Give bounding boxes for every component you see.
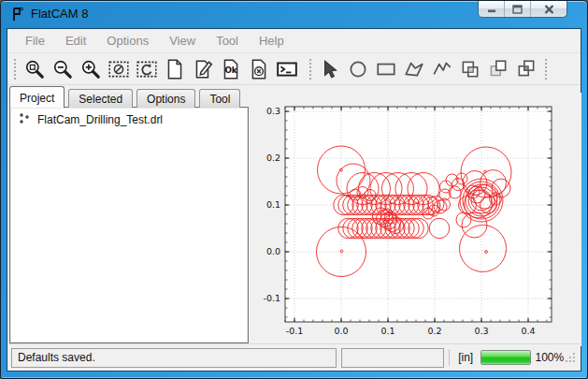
svg-text:0.1: 0.1 [380,326,394,336]
zoom-in-button[interactable] [77,56,105,82]
maximize-icon [512,5,523,14]
union-icon [459,58,481,80]
plot-canvas[interactable]: -0.10.00.10.20.30.4-0.10.00.10.20.3 [251,93,581,346]
tab-bar: Project Selected Options Tool [9,86,244,108]
add-rectangle-button[interactable] [372,56,400,82]
status-message: Defaults saved. [18,351,95,364]
add-polygon-button[interactable] [400,56,428,82]
command-shell-button[interactable] [273,56,301,82]
zoom-out-button[interactable] [49,56,77,82]
clear-plot-button[interactable] [105,56,133,82]
cancel-file-icon [248,58,270,80]
maximize-button[interactable] [505,1,531,17]
menu-edit[interactable]: Edit [55,31,96,51]
zoom-in-icon [79,58,102,80]
select-tool-button[interactable] [316,56,344,82]
add-path-button[interactable] [428,56,456,82]
cancel-edit-button[interactable] [245,56,273,82]
menu-options[interactable]: Options [96,31,159,51]
subtract-icon [487,58,509,80]
units-label: [in] [454,351,477,364]
svg-text:0.0: 0.0 [266,246,280,256]
resize-grip[interactable] [564,351,577,364]
cut-icon [515,58,538,80]
editor-button[interactable] [189,56,217,82]
menu-bar: File Edit Options View Tool Help [7,30,581,51]
svg-text:0.3: 0.3 [474,326,488,336]
zoom-out-icon [51,58,74,80]
toolbar-drag-handle-2[interactable] [308,57,313,81]
replot-button[interactable] [133,56,161,82]
status-secondary-field [341,348,445,368]
status-bar: Defaults saved. [in] 100% [7,343,581,371]
tab-project[interactable]: Project [9,86,65,108]
rectangle-icon [375,58,397,80]
new-file-icon [164,58,186,80]
replot-icon [136,58,158,80]
tab-tool[interactable]: Tool [199,89,240,108]
zoom-fit-button[interactable] [21,56,49,82]
svg-text:0.2: 0.2 [266,153,280,163]
status-separator [449,349,450,366]
union-button[interactable] [456,56,484,82]
svg-text:-0.1: -0.1 [286,326,304,336]
menu-tool[interactable]: Tool [206,31,249,51]
terminal-icon [276,58,298,80]
menu-view[interactable]: View [159,31,206,51]
tab-options[interactable]: Options [136,89,195,108]
svg-text:0.1: 0.1 [266,199,280,210]
project-tree-panel: FlatCam_Drilling_Test.drl [9,107,249,343]
client-area: File Edit Options View Tool Help [7,28,581,372]
polyline-icon [431,58,453,80]
svg-text:-0.1: -0.1 [263,293,280,303]
subtract-button[interactable] [484,56,512,82]
edit-file-icon [192,58,214,80]
save-ok-button[interactable]: Ok [217,56,245,82]
minimize-icon [487,5,496,13]
cut-button[interactable] [512,56,540,82]
title-bar[interactable]: FlatCAM 8 [1,1,587,28]
svg-text:0.4: 0.4 [521,326,535,336]
circle-icon [347,58,369,80]
close-icon [544,5,554,14]
menu-file[interactable]: File [15,31,55,51]
zoom-fit-icon [23,58,46,80]
svg-text:0.3: 0.3 [266,106,280,116]
svg-text:Ok: Ok [224,66,237,75]
tree-item-drill-file[interactable]: FlatCam_Drilling_Test.drl [10,108,248,128]
close-button[interactable] [531,1,566,17]
ok-file-icon: Ok [220,58,242,80]
toolbar: Ok [7,52,581,85]
menu-help[interactable]: Help [249,31,294,51]
status-message-field: Defaults saved. [11,348,337,368]
tab-selected[interactable]: Selected [68,89,133,108]
progress-percent-label: 100% [535,351,564,364]
tree-item-label: FlatCam_Drilling_Test.drl [37,113,163,126]
toolbar-drag-handle[interactable] [12,57,18,81]
svg-text:0.0: 0.0 [334,326,348,336]
pointer-icon [319,58,341,80]
minimize-button[interactable] [479,1,505,17]
drill-object-icon [17,112,31,126]
progress-bar [480,350,531,365]
svg-text:0.2: 0.2 [427,326,441,336]
drill-plot: -0.10.00.10.20.30.4-0.10.00.10.20.3 [251,93,581,346]
app-icon [10,7,25,22]
toolbar-drag-handle-3[interactable] [543,57,549,81]
progress-bar-fill [481,351,530,364]
add-circle-button[interactable] [344,56,372,82]
window-title: FlatCAM 8 [31,7,88,21]
app-window: FlatCAM 8 File Edit Options View Tool He… [0,0,588,379]
clear-plot-icon [108,58,130,80]
caption-buttons [478,1,567,18]
polygon-icon [403,58,425,80]
new-project-button[interactable] [161,56,189,82]
